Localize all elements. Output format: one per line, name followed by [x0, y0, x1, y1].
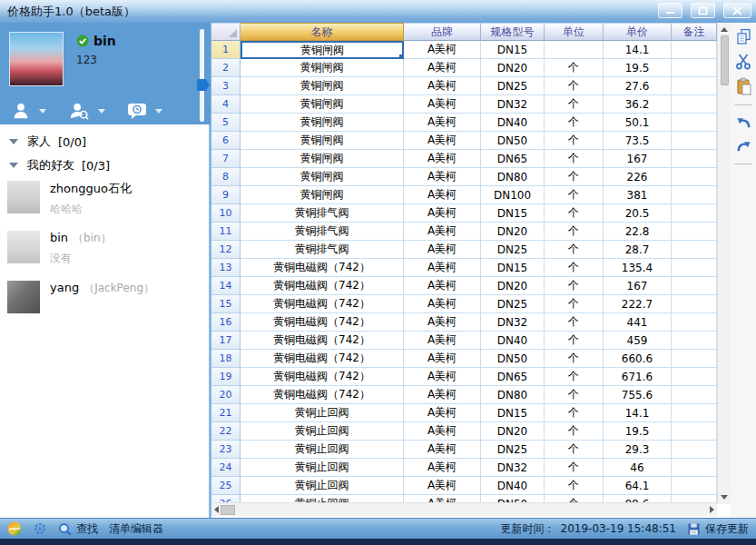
brand-cell[interactable]: A美柯 [404, 368, 481, 386]
scroll-left-icon[interactable] [214, 506, 219, 513]
note-cell[interactable] [672, 41, 717, 59]
row-number-cell[interactable]: 4 [211, 95, 241, 114]
spec-cell[interactable]: DN25 [481, 241, 545, 259]
spec-cell[interactable]: DN32 [481, 95, 545, 114]
unit-cell[interactable]: 个 [545, 422, 604, 441]
row-number-cell[interactable]: 5 [211, 114, 241, 132]
row-number-cell[interactable]: 16 [211, 313, 241, 332]
undo-button[interactable] [735, 114, 752, 131]
note-cell[interactable] [672, 477, 717, 495]
unit-cell[interactable]: 个 [545, 204, 604, 223]
friend-item-yang[interactable]: yang （JackPeng） [0, 277, 209, 327]
spec-cell[interactable]: DN15 [481, 41, 545, 59]
note-cell[interactable] [672, 168, 717, 186]
name-cell[interactable]: 黄铜电磁阀（742） [241, 386, 404, 404]
name-cell[interactable]: 黄铜电磁阀（742） [241, 368, 404, 386]
note-cell[interactable] [672, 332, 717, 350]
price-cell[interactable]: 27.6 [604, 77, 672, 95]
unit-cell[interactable]: 个 [545, 495, 604, 502]
price-cell[interactable]: 19.5 [604, 59, 672, 77]
price-cell[interactable]: 167 [604, 150, 672, 168]
vertical-scrollbar[interactable] [717, 23, 731, 504]
name-cell[interactable]: 黄铜闸阀 [241, 59, 404, 77]
unit-cell[interactable]: 个 [545, 459, 604, 477]
note-cell[interactable] [672, 59, 717, 77]
spec-cell[interactable]: DN80 [481, 168, 545, 186]
note-cell[interactable] [672, 186, 717, 204]
unit-cell[interactable]: 个 [545, 350, 604, 368]
brand-cell[interactable]: A美柯 [404, 41, 481, 59]
unit-cell[interactable]: 个 [545, 477, 604, 495]
unit-cell[interactable]: 个 [545, 295, 604, 313]
friend-item-zhongguo[interactable]: zhongguo石化 哈哈哈 [0, 177, 209, 227]
brand-cell[interactable]: A美柯 [404, 223, 481, 241]
name-cell[interactable]: 黄铜电磁阀（742） [241, 277, 404, 295]
brand-cell[interactable]: A美柯 [404, 313, 481, 332]
price-cell[interactable]: 671.6 [604, 368, 672, 386]
spec-cell[interactable]: DN80 [481, 386, 545, 404]
spec-cell[interactable]: DN100 [481, 186, 545, 204]
contact-tool-button[interactable] [11, 101, 46, 121]
price-cell[interactable]: 46 [604, 459, 672, 477]
price-cell[interactable]: 167 [604, 277, 672, 295]
row-number-cell[interactable]: 1 [211, 41, 241, 59]
price-cell[interactable]: 99.6 [604, 495, 672, 502]
settings-button[interactable] [33, 521, 47, 536]
unit-cell[interactable]: 个 [545, 259, 604, 277]
close-button[interactable] [723, 3, 751, 18]
name-cell[interactable]: 黄铜电磁阀（742） [241, 259, 404, 277]
row-number-cell[interactable]: 13 [211, 259, 241, 277]
unit-cell[interactable]: 个 [545, 77, 604, 95]
row-number-cell[interactable]: 6 [211, 132, 241, 150]
redo-button[interactable] [735, 138, 752, 154]
price-cell[interactable]: 381 [604, 186, 672, 204]
brand-cell[interactable]: A美柯 [404, 350, 481, 368]
name-cell[interactable]: 黄铜止回阀 [241, 477, 404, 495]
brand-cell[interactable]: A美柯 [404, 295, 481, 313]
note-cell[interactable] [672, 277, 717, 295]
column-header-brand[interactable]: 品牌 [404, 23, 481, 41]
row-number-cell[interactable]: 26 [211, 495, 241, 502]
spec-cell[interactable]: DN25 [481, 441, 545, 459]
brand-cell[interactable]: A美柯 [404, 404, 481, 422]
brand-cell[interactable]: A美柯 [404, 168, 481, 186]
brand-cell[interactable]: A美柯 [404, 332, 481, 350]
price-cell[interactable]: 14.1 [604, 404, 672, 422]
note-cell[interactable] [672, 495, 717, 502]
brand-cell[interactable]: A美柯 [404, 186, 481, 204]
row-number-cell[interactable]: 14 [211, 277, 241, 295]
price-cell[interactable]: 441 [604, 313, 672, 332]
scroll-up-icon[interactable] [721, 27, 728, 32]
unit-cell[interactable]: 个 [545, 277, 604, 295]
price-cell[interactable]: 135.4 [604, 259, 672, 277]
spec-cell[interactable]: DN40 [481, 477, 545, 495]
name-cell[interactable]: 黄铜闸阀 [241, 114, 404, 132]
price-cell[interactable]: 755.6 [604, 386, 672, 404]
note-cell[interactable] [672, 313, 717, 332]
horizontal-scroll-thumb[interactable] [221, 505, 235, 515]
price-cell[interactable]: 19.5 [604, 422, 672, 441]
name-cell[interactable]: 黄铜闸阀 [241, 186, 404, 204]
price-cell[interactable]: 660.6 [604, 350, 672, 368]
name-cell[interactable]: 黄铜排气阀 [241, 241, 404, 259]
spec-cell[interactable]: DN32 [481, 459, 545, 477]
note-cell[interactable] [672, 350, 717, 368]
brand-cell[interactable]: A美柯 [404, 386, 481, 404]
note-cell[interactable] [672, 223, 717, 241]
name-cell[interactable]: 黄铜闸阀 [241, 95, 404, 114]
name-cell[interactable]: 黄铜排气阀 [241, 204, 404, 223]
brand-cell[interactable]: A美柯 [404, 422, 481, 441]
column-header-spec[interactable]: 规格型号 [481, 23, 545, 41]
row-number-cell[interactable]: 21 [211, 404, 241, 422]
row-number-cell[interactable]: 22 [211, 422, 241, 441]
name-cell[interactable]: 黄铜止回阀 [241, 441, 404, 459]
spec-cell[interactable]: DN50 [481, 132, 545, 150]
price-cell[interactable]: 20.5 [604, 204, 672, 223]
name-cell[interactable]: 黄铜排气阀 [241, 223, 404, 241]
unit-cell[interactable] [545, 41, 604, 59]
select-all-corner[interactable] [211, 23, 241, 41]
user-avatar[interactable] [9, 32, 64, 86]
list-editor-button[interactable]: 清单编辑器 [109, 521, 163, 537]
note-cell[interactable] [672, 441, 717, 459]
brand-cell[interactable]: A美柯 [404, 477, 481, 495]
